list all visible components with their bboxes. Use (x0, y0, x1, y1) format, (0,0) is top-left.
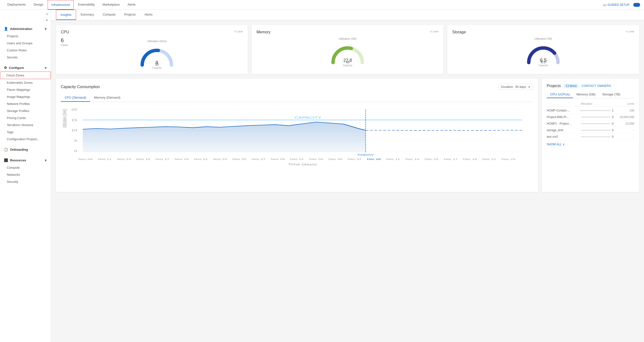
configure-header[interactable]: ⚙ Configure ∨ (0, 64, 51, 72)
proj-tab-cpu[interactable]: CPU (vCPUs) (547, 91, 573, 98)
svg-text:27.8: 27.8 (343, 58, 352, 63)
proj-tab-storage[interactable]: Storage (TB) (599, 91, 624, 98)
projects-title: Projects (547, 84, 561, 88)
collapse-button[interactable]: « (46, 12, 48, 16)
chart-title: Capacity Consumption (61, 85, 100, 89)
onboarding-icon: 📋 (4, 147, 8, 151)
resources-section: ⬛ Resources ∨ Compute Networks Security (0, 155, 51, 187)
svg-text:0: 0 (74, 150, 77, 153)
svg-text:Dec 19: Dec 19 (463, 158, 477, 161)
scroll-up-button[interactable]: ▲ (46, 18, 48, 22)
svg-text:10: 10 (71, 129, 77, 132)
show-all-button[interactable]: SHOW ALL ∨ (547, 143, 634, 146)
chevron-down-icon: ∨ (562, 143, 565, 146)
projects-panel: Projects 13 items CONTACT OWNERS CPU (vC… (542, 79, 639, 192)
main-content: Insights Summary Compute Projects Alerts… (51, 10, 644, 342)
svg-text:Nov 15: Nov 15 (136, 158, 150, 161)
sidebar-item-pricing-cards[interactable]: Pricing Cards (0, 114, 51, 121)
admin-chevron: ∨ (44, 27, 47, 31)
chart-tabs: CPU (Demand) Memory (Demand) (61, 94, 533, 102)
sidebar-item-compute[interactable]: Compute (0, 164, 51, 171)
svg-text:Nov 13: Nov 13 (117, 158, 131, 161)
tab-insights[interactable]: Insights (56, 10, 76, 20)
table-row: Project-With-Pr... 0 10,000,000 (547, 114, 634, 120)
nav-item-extensibility[interactable]: Extensibility (75, 0, 98, 10)
resources-header[interactable]: ⬛ Resources ∨ (0, 156, 51, 164)
sidebar-item-security[interactable]: Security (0, 178, 51, 185)
memory-title: Memory (256, 30, 270, 34)
metric-cards: CPU >1 year 6 Cores Utilization (GHz) (56, 25, 639, 74)
tab-alerts[interactable]: Alerts (140, 10, 157, 20)
guided-setup[interactable]: 📖 GUIDED SETUP (603, 3, 630, 7)
duration-selector[interactable]: Duration 30 days ∨ (498, 84, 533, 90)
sidebar-item-storage-profiles[interactable]: Storage Profiles (0, 107, 51, 114)
svg-text:Nov 09: Nov 09 (78, 158, 92, 161)
table-row: storage_limit 0 - (547, 127, 634, 134)
configure-chevron: ∨ (44, 66, 47, 70)
table-row: HCMP1 - Project... 0 10,000 (547, 120, 634, 127)
svg-text:Dec 13: Dec 13 (405, 158, 419, 161)
sidebar-item-cloud-zones[interactable]: Cloud Zones (0, 72, 51, 79)
chart-tab-cpu[interactable]: CPU (Demand) (61, 94, 90, 102)
capacity-chart-card: Capacity Consumption Duration 30 days ∨ … (56, 79, 538, 192)
sidebar-item-flavor-mappings[interactable]: Flavor Mappings (0, 86, 51, 93)
nav-item-design[interactable]: Design (30, 0, 47, 10)
svg-text:Nov 17: Nov 17 (155, 158, 169, 161)
svg-text:8: 8 (156, 60, 158, 65)
nav-item-marketplace[interactable]: Marketplace (99, 0, 123, 10)
svg-text:Dec 21: Dec 21 (482, 158, 496, 161)
cpu-timerange: >1 year (234, 30, 243, 33)
tab-compute[interactable]: Compute (98, 10, 120, 20)
theme-toggle[interactable] (633, 3, 640, 7)
nav-item-infrastructure[interactable]: Infrastructure (48, 0, 74, 10)
top-nav: Deployments Design Infrastructure Extens… (0, 0, 644, 10)
svg-text:CAPACITY: CAPACITY (294, 116, 322, 119)
svg-text:Nov 11: Nov 11 (98, 158, 112, 161)
onboarding-header[interactable]: 📋 Onboarding (0, 145, 51, 153)
projects-table-header: Allocation Limits (547, 101, 634, 106)
bottom-row: Capacity Consumption Duration 30 days ∨ … (56, 79, 639, 192)
projects-tabs: CPU (vCPUs) Memory (GB) Storage (TB) (547, 91, 634, 98)
sidebar-item-secrets[interactable]: Secrets (0, 54, 51, 61)
tab-summary[interactable]: Summary (76, 10, 98, 20)
svg-text:15: 15 (71, 118, 77, 121)
svg-text:Nov 19: Nov 19 (174, 158, 188, 161)
proj-tab-memory[interactable]: Memory (GB) (573, 91, 599, 98)
svg-text:Dec 15: Dec 15 (424, 158, 438, 161)
svg-text:Dec 23: Dec 23 (502, 158, 516, 161)
sidebar-item-network-profiles[interactable]: Network Profiles (0, 100, 51, 107)
sidebar-item-users-groups[interactable]: Users and Groups (0, 40, 51, 47)
svg-text:Dec 01: Dec 01 (290, 158, 304, 161)
storage-timerange: >1 year (625, 30, 634, 33)
chart-tab-memory[interactable]: Memory (Demand) (90, 94, 124, 102)
svg-text:Dec 11: Dec 11 (386, 158, 400, 161)
svg-text:Nov 29: Nov 29 (271, 158, 285, 161)
sidebar-item-projects[interactable]: Projects (0, 33, 51, 40)
sub-tabs: Insights Summary Compute Projects Alerts (51, 10, 644, 20)
sidebar-item-custom-roles[interactable]: Custom Roles (0, 47, 51, 54)
table-row: HCMP-Contact-... 1 100 (547, 107, 634, 114)
sidebar-item-kubernetes-zones[interactable]: Kubernetes Zones (0, 79, 51, 86)
resources-icon: ⬛ (4, 158, 8, 162)
memory-card: Memory >1 year Utilization (GB) 27.8 (252, 25, 444, 74)
projects-table: Allocation Limits HCMP-Contact-... 1 100 (547, 101, 634, 140)
sidebar-item-image-mappings[interactable]: Image Mappings (0, 93, 51, 100)
svg-text:Dec 05: Dec 05 (328, 158, 342, 161)
memory-utilization-label: Utilization (GB) (339, 37, 357, 40)
tab-projects[interactable]: Projects (120, 10, 140, 20)
nav-item-deployments[interactable]: Deployments (4, 0, 29, 10)
sidebar-item-networks[interactable]: Networks (0, 171, 51, 178)
sidebar-item-tags[interactable]: Tags (0, 128, 51, 136)
cpu-cores-label: Cores (61, 44, 68, 47)
svg-text:Nov 25: Nov 25 (232, 158, 246, 161)
cpu-utilization-label: Utilization (GHz) (147, 40, 166, 43)
svg-text:Utilization (GHz): Utilization (GHz) (61, 109, 68, 127)
sidebar-item-config-properties[interactable]: Configuration Propert... (0, 136, 51, 143)
admin-icon: 👤 (4, 27, 8, 31)
svg-text:TODAY: TODAY (357, 153, 374, 156)
contact-owners-button[interactable]: CONTACT OWNERS (582, 84, 611, 88)
svg-text:5: 5 (74, 139, 77, 142)
admin-header[interactable]: 👤 Administration ∨ (0, 25, 51, 33)
sidebar-item-terraform-versions[interactable]: Terraform Versions (0, 121, 51, 128)
nav-item-alerts[interactable]: Alerts (124, 0, 139, 10)
